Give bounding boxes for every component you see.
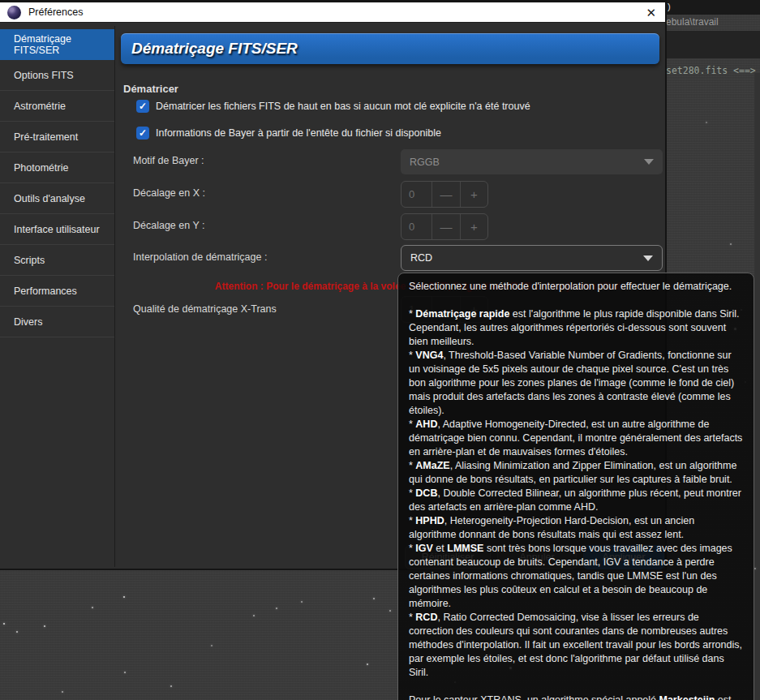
tooltip-paragraph: Pour le capteur XTRANS, un algorithme sp… bbox=[409, 694, 743, 700]
star-dot bbox=[730, 243, 732, 245]
minus-icon[interactable]: — bbox=[432, 214, 459, 239]
star-dot bbox=[389, 610, 391, 612]
star-dot bbox=[170, 685, 172, 687]
star-dot bbox=[123, 596, 125, 598]
checkbox-bayer-header[interactable]: ✓ bbox=[136, 127, 149, 140]
offset-x-label: Décalage en X : bbox=[133, 187, 205, 199]
offset-x-stepper[interactable]: 0 — + bbox=[401, 181, 488, 208]
chevron-down-icon bbox=[644, 159, 654, 165]
star-dot bbox=[276, 608, 277, 609]
tooltip-paragraph: * AMaZE, Aliasing Minimization and Zippe… bbox=[409, 459, 743, 487]
tooltip-paragraph: * DCB, Double Corrected Bilinear, un alg… bbox=[409, 487, 743, 514]
tooltip-paragraph: * IGV et LMMSE sont très bons lorsque vo… bbox=[409, 542, 743, 611]
sidebar-item[interactable]: Performances bbox=[0, 276, 114, 307]
star-dot bbox=[62, 691, 63, 693]
offset-y-stepper[interactable]: 0 — + bbox=[401, 213, 488, 240]
chevron-down-icon bbox=[643, 256, 653, 261]
interpolation-tooltip: Sélectionnez une méthode d'interpolation… bbox=[397, 273, 754, 700]
plus-icon[interactable]: + bbox=[460, 182, 487, 207]
star-dot bbox=[253, 615, 255, 616]
background-toolbar-band bbox=[665, 31, 760, 58]
interpolation-label: Interpolation de dématriçage : bbox=[133, 251, 267, 263]
xtrans-quality-label: Qualité de dématriçage X-Trans bbox=[133, 303, 277, 315]
star-dot bbox=[44, 625, 45, 627]
working-directory-text: ebula\travail bbox=[666, 16, 719, 28]
tooltip-paragraph: * AHD, Adaptive Homogeneity-Directed, es… bbox=[409, 418, 743, 459]
sequence-file-text: set280.fits <==> bbox=[666, 65, 756, 76]
star-dot bbox=[754, 568, 756, 569]
checkbox-label: Informations de Bayer à partir de l'entê… bbox=[156, 127, 441, 139]
star-dot bbox=[301, 601, 303, 603]
bayer-pattern-select[interactable]: RGGB bbox=[401, 149, 663, 174]
checkbox-row-bayer-header: ✓ Informations de Bayer à partir de l'en… bbox=[136, 127, 441, 140]
checkbox-row-topdown: ✓ Dématricer les fichiers FITS de haut e… bbox=[136, 100, 530, 113]
bayer-pattern-value: RGGB bbox=[410, 157, 440, 168]
tooltip-paragraph: * RCD, Ratio Corrected Demosaicing, vise… bbox=[409, 611, 743, 680]
close-icon[interactable]: ✕ bbox=[646, 6, 656, 19]
sidebar-item[interactable]: Scripts bbox=[0, 245, 114, 276]
star-dot bbox=[92, 607, 93, 608]
dialog-titlebar: Préférences ✕ bbox=[0, 0, 665, 23]
background-scrollbar[interactable] bbox=[754, 73, 760, 700]
interpolation-value: RCD bbox=[410, 252, 432, 264]
page-title-banner: Dématriçage FITS/SER bbox=[121, 33, 659, 64]
tooltip-paragraph bbox=[409, 680, 743, 694]
star-dot bbox=[3, 623, 5, 625]
background-titlebar-fragment: ) bbox=[665, 0, 760, 15]
check-icon: ✓ bbox=[139, 128, 147, 138]
sidebar-item[interactable]: Dématriçage FITS/SER bbox=[0, 29, 114, 60]
offset-x-value[interactable]: 0 bbox=[401, 182, 432, 207]
window-title: Préférences bbox=[28, 6, 83, 18]
star-dot bbox=[124, 672, 126, 673]
sidebar: Dématriçage FITS/SEROptions FITSAstromét… bbox=[0, 26, 115, 567]
sidebar-item[interactable]: Divers bbox=[0, 307, 114, 337]
tooltip-paragraph: * HPHD, Heterogeneity-Projection Hard-De… bbox=[409, 514, 743, 542]
sidebar-item[interactable]: Options FITS bbox=[0, 60, 114, 91]
screen: ) ebula\travail set280.fits <==> Préfére… bbox=[0, 0, 760, 700]
checkbox-topdown[interactable]: ✓ bbox=[136, 100, 149, 113]
sidebar-item[interactable]: Interface utilisateur bbox=[0, 214, 114, 245]
star-dot bbox=[706, 122, 707, 123]
offset-y-value[interactable]: 0 bbox=[401, 214, 432, 239]
checkbox-label: Dématricer les fichiers FITS de haut en … bbox=[156, 101, 530, 112]
star-dot bbox=[211, 645, 213, 646]
star-dot bbox=[367, 663, 368, 665]
offset-y-label: Décalage en Y : bbox=[133, 220, 205, 231]
tooltip-paragraph: * Dématriçage rapide est l'algorithme le… bbox=[409, 307, 743, 349]
sidebar-item[interactable]: Outils d'analyse bbox=[0, 183, 114, 214]
tooltip-paragraph: * VNG4, Threshold-Based Variable Number … bbox=[409, 349, 743, 418]
section-label-dematricer: Dématricer bbox=[123, 83, 178, 95]
sidebar-item[interactable]: Astrométrie bbox=[0, 91, 114, 122]
minus-icon[interactable]: — bbox=[432, 182, 459, 207]
app-icon bbox=[7, 6, 21, 19]
sidebar-item[interactable]: Photométrie bbox=[0, 152, 114, 183]
check-icon: ✓ bbox=[139, 101, 147, 111]
plus-icon[interactable]: + bbox=[460, 214, 487, 239]
tooltip-paragraph bbox=[409, 294, 743, 307]
star-dot bbox=[16, 631, 18, 633]
page-title: Dématriçage FITS/SER bbox=[131, 40, 298, 58]
sidebar-item[interactable]: Pré-traitement bbox=[0, 122, 114, 152]
bayer-pattern-label: Motif de Bayer : bbox=[133, 155, 204, 166]
star-dot bbox=[373, 598, 375, 599]
interpolation-select[interactable]: RCD bbox=[401, 245, 663, 271]
tooltip-paragraph: Sélectionnez une méthode d'interpolation… bbox=[409, 280, 743, 294]
